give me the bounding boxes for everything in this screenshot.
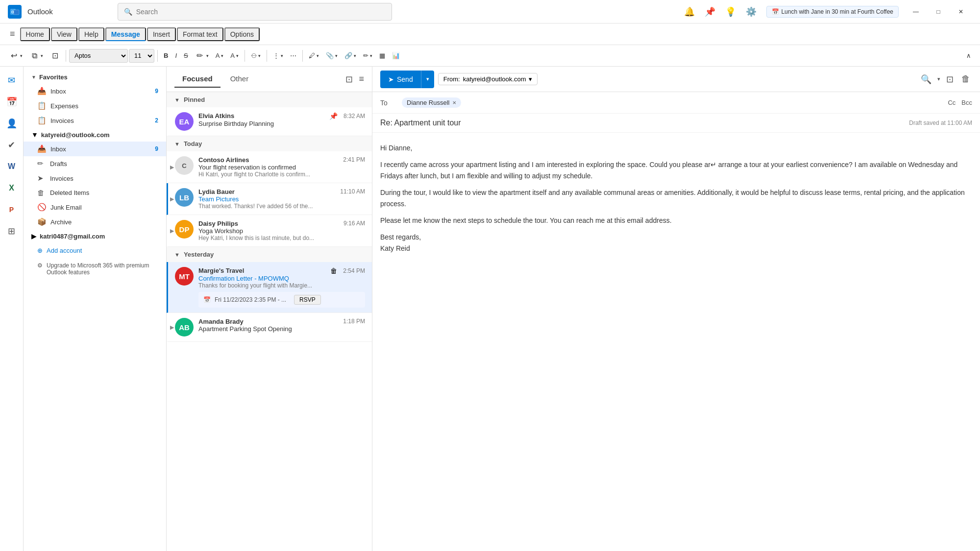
compose-body[interactable]: Hi Dianne, I recently came across your a… [372, 133, 980, 551]
filter-icon[interactable]: ≡ [359, 74, 364, 84]
highlight-button[interactable]: ✏▾ [192, 49, 212, 62]
account1-archive[interactable]: 📦 Archive [24, 215, 166, 229]
bcc-button[interactable]: Bcc [961, 99, 972, 106]
msg-elvia-atkins[interactable]: EA Elvia Atkins 📌 8:32 AM Surprise Birth… [167, 107, 372, 136]
ribbon-format-text[interactable]: Format text [177, 27, 223, 41]
fav-inbox[interactable]: 📥 Inbox 9 [24, 84, 166, 98]
msg-preview-contoso: Hi Katri, your flight to Charlotte is co… [198, 171, 365, 178]
link-button[interactable]: 🔗▾ [342, 50, 359, 61]
add-account-button[interactable]: ⊕ Add account [24, 243, 166, 258]
tab-other[interactable]: Other [222, 71, 257, 88]
expand-daisy[interactable]: ▶ [170, 228, 174, 234]
chart-button[interactable]: 📊 [389, 50, 403, 61]
msg-contoso[interactable]: ▶ C Contoso Airlines 2:41 PM Your flight… [167, 151, 372, 183]
table-button[interactable]: ▦ [376, 50, 388, 61]
undo-button[interactable]: ↩▾ [6, 49, 25, 62]
signature-button[interactable]: 🖊▾ [306, 50, 322, 61]
ribbon-help[interactable]: Help [78, 27, 104, 41]
lightbulb-icon[interactable]: 💡 [725, 6, 736, 17]
hamburger-menu[interactable]: ≡ [6, 27, 19, 41]
compose-pane: ➤ Send ▾ From: katyreid@outlook.com ▾ 🔍 … [372, 67, 980, 551]
cc-button[interactable]: Cc [948, 99, 956, 106]
account1-header[interactable]: ▼ katyreid@outlook.com [24, 128, 166, 142]
expand-button[interactable]: ⊡ [944, 72, 956, 87]
expand-amanda[interactable]: ▶ [170, 324, 174, 331]
msg-content-ea: Elvia Atkins 📌 8:32 AM Surprise Birthday… [198, 112, 365, 131]
format-painter[interactable]: ⦵▾ [248, 50, 264, 62]
italic-button[interactable]: I [172, 50, 180, 61]
strikethrough-button[interactable]: S [181, 50, 191, 61]
nav-powerpoint[interactable]: P [2, 200, 22, 219]
ribbon-home[interactable]: Home [20, 27, 50, 41]
ribbon-insert[interactable]: Insert [147, 27, 176, 41]
expand-lydia[interactable]: ▶ [170, 196, 174, 202]
nav-word[interactable]: W [2, 157, 22, 176]
account1-sent[interactable]: ➤ Invoices [24, 171, 166, 186]
account1-junk[interactable]: 🚫 Junk Email [24, 200, 166, 215]
text-color-button[interactable]: A▾ [227, 50, 242, 61]
send-dropdown-caret[interactable]: ▾ [421, 71, 434, 88]
msg-lydia[interactable]: ▶ LB Lydia Bauer 11:10 AM Team Pictures … [167, 183, 372, 215]
fav-expenses[interactable]: 📋 Expenses [24, 98, 166, 113]
msg-time-margie: 2:54 PM [343, 267, 365, 274]
delete-icon-margie[interactable]: 🗑 [330, 267, 337, 275]
more-button[interactable]: ⋯ [287, 50, 299, 61]
nav-tasks[interactable]: ✔ [2, 135, 22, 155]
search-bar[interactable]: 🔍 [118, 3, 392, 21]
remove-recipient[interactable]: × [452, 99, 456, 106]
minimize-button[interactable]: — [905, 0, 927, 24]
nav-apps[interactable]: ⊞ [2, 221, 22, 241]
recipient-tag[interactable]: Dianne Russell × [402, 97, 461, 108]
ribbon-options[interactable]: Options [224, 27, 260, 41]
today-group-header[interactable]: ▼ Today [167, 136, 372, 151]
zoom-button[interactable]: 🔍 [919, 72, 933, 87]
attach-button[interactable]: 📎▾ [323, 50, 341, 61]
nav-people[interactable]: 👤 [2, 114, 22, 133]
draw-button[interactable]: ✏▾ [360, 50, 375, 61]
collapse-ribbon[interactable]: ∧ [963, 50, 974, 61]
copy-button[interactable]: ⧉▾ [26, 49, 46, 62]
maximize-button[interactable]: □ [927, 0, 950, 24]
account2-header[interactable]: ▶ katri0487@gmail.com [24, 229, 166, 243]
layout-icon[interactable]: ⊡ [345, 74, 353, 85]
msg-daisy[interactable]: ▶ DP Daisy Philips 9:16 AM Yoga Workshop… [167, 215, 372, 247]
from-selector[interactable]: From: katyreid@outlook.com ▾ [438, 73, 538, 85]
send-button-main[interactable]: ➤ Send [380, 71, 421, 88]
avatar-contoso: C [175, 156, 194, 175]
account1-drafts[interactable]: ✏ Drafts [24, 156, 166, 171]
pin-icon[interactable]: 📌 [705, 6, 715, 17]
search-input[interactable] [136, 8, 386, 16]
favorites-section[interactable]: ▼ Favorites [24, 71, 166, 84]
send-button[interactable]: ➤ Send ▾ [380, 71, 434, 88]
tab-bar: Focused Other ⊡ ≡ [167, 67, 372, 92]
msg-time-lydia: 11:10 AM [340, 188, 365, 195]
nav-mail[interactable]: ✉ [2, 71, 22, 90]
font-family-select[interactable]: Aptos Arial Calibri [69, 49, 128, 63]
notification-icon[interactable]: 🔔 [684, 6, 695, 17]
subject-text[interactable]: Re: Apartment unit tour [380, 119, 461, 127]
account1-deleted[interactable]: 🗑 Deleted Items [24, 186, 166, 200]
line-spacing-button[interactable]: ⋮▾ [270, 50, 286, 61]
fav-invoices[interactable]: 📋 Invoices 2 [24, 113, 166, 128]
ribbon-view[interactable]: View [51, 27, 77, 41]
tab-focused[interactable]: Focused [174, 71, 220, 88]
zoom-caret[interactable]: ▾ [937, 76, 940, 82]
font-color-button[interactable]: A▾ [213, 50, 227, 61]
yesterday-group-header[interactable]: ▼ Yesterday [167, 247, 372, 262]
settings-icon[interactable]: ⚙️ [746, 6, 757, 17]
account1-inbox[interactable]: 📥 Inbox 9 [24, 142, 166, 156]
pinned-group-header[interactable]: ▼ Pinned [167, 92, 372, 107]
nav-excel[interactable]: X [2, 178, 22, 198]
bold-button[interactable]: B [161, 50, 171, 61]
msg-margie[interactable]: MT Margie's Travel 🗑 2:54 PM Confirmatio… [167, 262, 372, 313]
discard-button[interactable]: 🗑 [959, 72, 972, 86]
msg-time-amanda: 1:18 PM [343, 318, 365, 325]
msg-amanda[interactable]: ▶ AB Amanda Brady 1:18 PM Apartment Park… [167, 313, 372, 342]
font-size-select[interactable]: 11 10 12 14 [129, 49, 154, 63]
clipboard-button[interactable]: ⊡ [47, 49, 63, 62]
ribbon-message[interactable]: Message [105, 27, 146, 41]
nav-calendar[interactable]: 📅 [2, 92, 22, 112]
close-button[interactable]: ✕ [950, 0, 972, 24]
rsvp-button[interactable]: RSVP [294, 295, 321, 305]
expand-contoso[interactable]: ▶ [170, 164, 174, 170]
